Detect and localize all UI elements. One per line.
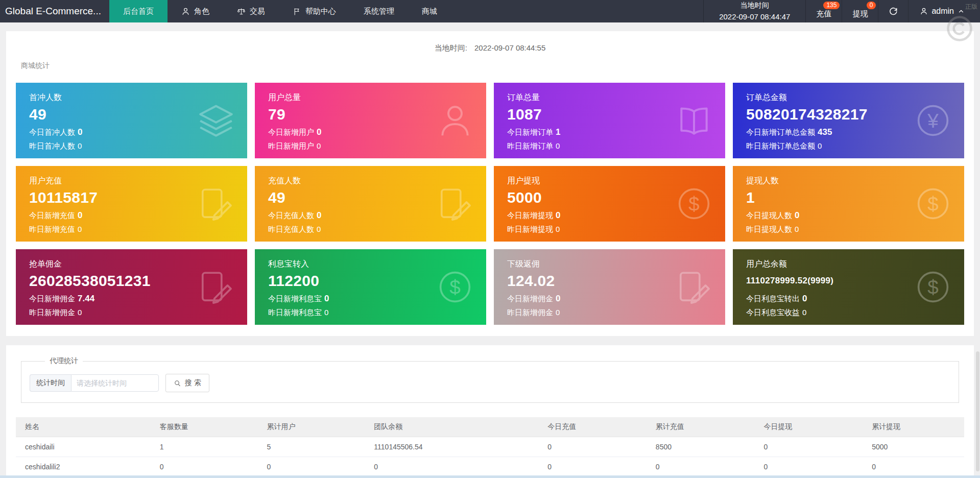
table-cell: 8500 — [647, 437, 755, 457]
table-cell: 0 — [863, 457, 964, 476]
flag-icon — [293, 7, 301, 16]
table-cell: ceshidalili2 — [16, 457, 151, 476]
main-menu: 后台首页角色交易帮助中心系统管理商城 — [109, 0, 451, 22]
table-header-cell: 累计用户 — [258, 417, 365, 437]
local-time-value: 2022-09-07 08:44:47 — [719, 11, 790, 22]
vertical-scrollbar[interactable] — [976, 351, 979, 471]
stat-cards-grid: 首冲人数49今日首冲人数0昨日首冲人数0用户总量79今日新增用户0昨日新增用户0… — [16, 83, 964, 325]
table-header-cell: 客服数量 — [151, 417, 258, 437]
navbar-right: 当地时间 2022-09-07 08:44:47 充值 135 提现 0 adm… — [703, 0, 980, 22]
svg-text:$: $ — [449, 276, 460, 298]
yen-circle-icon: ¥ — [914, 102, 952, 139]
table-cell: 0 — [258, 457, 365, 476]
card-yesterday-line: 昨日新增利息宝0 — [268, 308, 473, 318]
card-yesterday-line: 昨日新增订单总金额0 — [746, 141, 951, 151]
refresh-icon[interactable] — [878, 0, 909, 22]
card-yesterday-line: 昨日新增提现0 — [507, 225, 712, 234]
user-icon — [436, 102, 474, 139]
stat-card: 用户总量79今日新增用户0昨日新增用户0 — [255, 83, 486, 158]
card-yesterday-line: 昨日首冲人数0 — [29, 141, 234, 151]
stat-card: 用户提现5000今日新增提现0昨日新增提现0$ — [494, 166, 725, 242]
agent-stats-legend: 代理统计 — [45, 356, 83, 366]
recharge-button[interactable]: 充值 135 — [806, 0, 842, 22]
book-icon — [675, 102, 713, 139]
card-yesterday-line: 昨日提现人数0 — [746, 225, 951, 234]
stat-time-input-group: 统计时间 — [30, 374, 159, 392]
dollar-circle-icon: $ — [436, 268, 474, 306]
stat-card: 首冲人数49今日首冲人数0昨日首冲人数0 — [16, 83, 247, 158]
stat-card: 利息宝转入112200今日新增利息宝0昨日新增利息宝0$ — [255, 249, 486, 325]
card-yesterday-line: 昨日新增订单0 — [507, 141, 712, 151]
nav-item-4[interactable]: 系统管理 — [350, 0, 408, 22]
agent-table-header-row: 姓名客服数量累计用户团队余额今日充值累计充值今日提现累计提现 — [16, 417, 964, 437]
layers-icon — [197, 102, 235, 139]
svg-text:$: $ — [688, 193, 699, 215]
search-button[interactable]: 搜 索 — [165, 374, 209, 392]
svg-text:¥: ¥ — [927, 110, 939, 132]
horizontal-scrollbar[interactable] — [0, 475, 980, 478]
nav-item-label: 交易 — [250, 7, 265, 16]
filter-row: 统计时间 搜 索 — [30, 374, 950, 392]
table-header-cell: 今日提现 — [755, 417, 863, 437]
watermark-text: 正版 — [965, 3, 977, 11]
svg-text:$: $ — [927, 193, 938, 215]
stat-time-input[interactable] — [71, 374, 159, 392]
withdraw-label: 提现 — [852, 9, 868, 19]
stat-card: 用户充值10115817今日新增充值0昨日新增充值0 — [16, 166, 247, 242]
edit-note-icon — [197, 185, 235, 223]
table-cell: 0 — [538, 457, 647, 476]
stat-card: 订单总量1087今日新增订单1昨日新增订单0 — [494, 83, 725, 158]
page-local-time-label: 当地时间: — [435, 43, 467, 52]
nav-item-1[interactable]: 角色 — [168, 0, 223, 22]
person-icon — [181, 7, 190, 16]
stat-card: 订单总金额50820174328217今日新增订单总金额435昨日新增订单总金额… — [733, 83, 964, 158]
agent-table: 姓名客服数量累计用户团队余额今日充值累计充值今日提现累计提现 ceshidail… — [16, 417, 964, 478]
withdraw-button[interactable]: 提现 0 — [842, 0, 878, 22]
nav-item-3[interactable]: 帮助中心 — [279, 0, 350, 22]
agent-stats-panel: 代理统计 统计时间 搜 索 姓名客服数量累计用户团队余额今日充值累计充值今日提现… — [6, 345, 974, 478]
section-title-mall-stats: 商城统计 — [21, 61, 959, 70]
card-yesterday-line: 昨日新增佣金0 — [507, 308, 712, 318]
table-cell: ceshidaili — [16, 437, 151, 457]
table-cell: 5000 — [863, 437, 964, 457]
nav-item-label: 系统管理 — [364, 7, 394, 16]
stat-card: 提现人数1今日提现人数0昨日提现人数0$ — [733, 166, 964, 242]
card-yesterday-line: 昨日充值人数0 — [268, 225, 473, 234]
nav-item-label: 商城 — [422, 7, 437, 16]
table-cell: 5 — [258, 437, 365, 457]
local-time-block: 当地时间 2022-09-07 08:44:47 — [703, 0, 806, 22]
nav-item-5[interactable]: 商城 — [408, 0, 451, 22]
withdraw-badge: 0 — [867, 2, 876, 9]
table-cell: 1110145506.54 — [365, 437, 538, 457]
page-local-time: 当地时间: 2022-09-07 08:44:55 — [16, 43, 964, 53]
app-logo: Global E-Commerce... — [0, 0, 109, 22]
svg-text:$: $ — [927, 276, 938, 298]
local-time-label: 当地时间 — [740, 0, 769, 11]
table-cell: 0 — [755, 457, 863, 476]
nav-item-label: 后台首页 — [123, 7, 154, 16]
table-cell: 0 — [365, 457, 538, 476]
edit-note-icon — [436, 185, 474, 223]
card-yesterday-line: 昨日新增充值0 — [29, 225, 234, 234]
table-header-cell: 今日充值 — [538, 417, 647, 437]
stat-card: 充值人数49今日充值人数0昨日充值人数0 — [255, 166, 486, 242]
nav-item-label: 帮助中心 — [305, 7, 336, 16]
recharge-badge: 135 — [823, 2, 840, 9]
nav-item-2[interactable]: 交易 — [223, 0, 279, 22]
user-icon — [920, 7, 928, 15]
table-header-cell: 团队余额 — [365, 417, 538, 437]
card-yesterday-line: 昨日新增佣金0 — [29, 308, 234, 318]
recharge-label: 充值 — [816, 9, 831, 19]
copyright-watermark-icon — [944, 13, 975, 44]
nav-item-label: 角色 — [194, 7, 209, 16]
card-yesterday-line: 昨日新增用户0 — [268, 141, 473, 151]
nav-item-0[interactable]: 后台首页 — [109, 0, 168, 22]
stat-card: 抢单佣金26028538051231今日新增佣金7.44昨日新增佣金0 — [16, 249, 247, 325]
scales-icon — [237, 7, 246, 16]
dollar-circle-icon: $ — [675, 185, 713, 223]
search-button-label: 搜 索 — [185, 378, 201, 388]
edit-note-icon — [675, 268, 713, 306]
table-cell: 0 — [755, 437, 863, 457]
table-header-cell: 累计充值 — [647, 417, 755, 437]
agent-stats-fieldset: 代理统计 统计时间 搜 索 — [21, 356, 959, 403]
